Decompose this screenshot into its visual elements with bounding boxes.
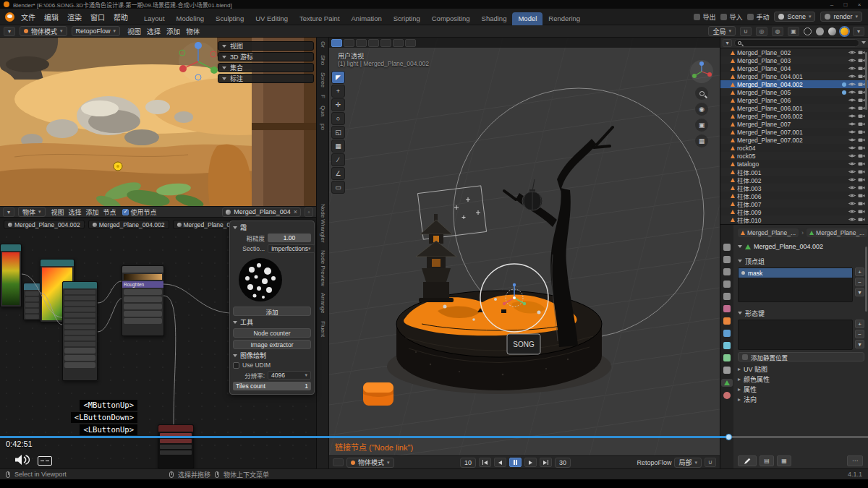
tools-section-header[interactable]: 工具 <box>233 318 311 326</box>
side-tab[interactable]: Node Preview <box>320 250 326 286</box>
video-progress-handle[interactable] <box>726 434 732 440</box>
outliner-row[interactable]: Merged_Plane_004.002 <box>720 80 868 88</box>
constraints-tab[interactable] <box>723 367 731 374</box>
speaker-icon[interactable] <box>14 454 30 466</box>
render-camera-icon[interactable] <box>858 161 865 166</box>
pin-icon[interactable]: ◦ <box>305 207 313 217</box>
proportional-editing-icon[interactable]: ◎ <box>756 27 767 36</box>
outliner-row[interactable]: tatalogo <box>720 160 868 168</box>
remove-shape-key-button[interactable]: − <box>855 330 864 338</box>
node-counter-button[interactable]: Node counter <box>233 328 311 338</box>
render-camera-icon[interactable] <box>858 209 865 214</box>
shader-menu-item[interactable]: 视图 <box>49 207 67 217</box>
object-data-name[interactable]: Merged_Plane_004.002 <box>754 243 823 250</box>
navigation-gizmo-icon[interactable] <box>689 59 714 84</box>
viewport-gizmos-icon[interactable]: ▾ <box>853 27 864 36</box>
render-camera-icon[interactable] <box>858 114 865 119</box>
object-tab[interactable] <box>723 317 731 325</box>
hide-eye-icon[interactable] <box>848 209 856 214</box>
workspace-tab[interactable]: UV Editing <box>250 12 294 25</box>
transform-tool-button[interactable]: ▦ <box>331 140 345 153</box>
side-tab[interactable]: Gr <box>320 41 326 48</box>
cursor-tool-button[interactable]: + <box>331 85 345 98</box>
imperfections-sphere-preview[interactable] <box>237 257 284 303</box>
render-camera-icon[interactable] <box>858 169 865 174</box>
workspace-tab[interactable]: Sculpting <box>210 12 250 25</box>
outliner-row[interactable]: 柱体.002 <box>720 176 868 184</box>
main-3d-viewport[interactable]: SONG <box>329 38 720 455</box>
retopoflow-footer-menu[interactable]: RetopoFlow <box>637 459 671 466</box>
side-tab[interactable]: Fluent <box>320 321 326 337</box>
vertex-group-item[interactable]: mask <box>739 268 852 278</box>
render-camera-icon[interactable] <box>858 129 865 134</box>
rotate-tool-button[interactable]: ○ <box>331 112 345 125</box>
side-tab[interactable]: Qua <box>320 106 326 116</box>
use-nodes-checkbox[interactable] <box>122 209 129 215</box>
outliner-row[interactable]: 柱体.003 <box>720 184 868 192</box>
separate-node[interactable] <box>23 283 41 320</box>
material-preview-icon[interactable] <box>828 27 836 35</box>
outliner-row[interactable]: 柱体.007 <box>720 200 868 207</box>
render-camera-icon[interactable] <box>858 98 865 103</box>
object-data-tab[interactable] <box>721 379 733 387</box>
viewport-menu-item[interactable]: 添加 <box>163 26 183 36</box>
shape-keys-list[interactable] <box>738 320 853 350</box>
workspace-tab[interactable]: Scripting <box>388 12 426 25</box>
outliner-scrollbar[interactable] <box>865 52 867 110</box>
outliner-row[interactable]: Merged_Plane_006.001 <box>720 104 868 112</box>
hide-eye-icon[interactable] <box>848 98 856 103</box>
render-camera-icon[interactable] <box>858 50 865 55</box>
outliner-row[interactable]: 柱体.006 <box>720 192 868 200</box>
render-camera-icon[interactable] <box>858 137 865 142</box>
render-camera-icon[interactable] <box>858 185 865 190</box>
outliner-row[interactable]: Merged_Plane_007.002 <box>720 136 868 144</box>
play-button[interactable] <box>524 458 537 467</box>
side-tab[interactable]: Sho <box>320 55 326 65</box>
material-selector[interactable]: Merged_Plane_004 × <box>222 207 301 217</box>
vertex-groups-list[interactable]: mask <box>738 267 853 302</box>
outliner-row[interactable]: Merged_Plane_003 <box>720 56 868 64</box>
menu-item[interactable]: 编辑 <box>40 12 63 22</box>
shader-menu-item[interactable]: 添加 <box>84 207 101 217</box>
annotate-tool-button[interactable]: ∕ <box>331 153 345 166</box>
annotate-tool-icon[interactable] <box>405 39 416 47</box>
properties-scrollbar[interactable] <box>865 247 867 312</box>
workspace-tab[interactable]: Modeling <box>171 12 210 25</box>
workspace-tab[interactable]: Rendering <box>542 12 586 25</box>
solid-shading-icon[interactable] <box>816 27 824 35</box>
menu-item[interactable]: 渲染 <box>63 12 86 22</box>
render-camera-icon[interactable] <box>858 217 865 222</box>
vertex-group-specials-icon[interactable]: ▾ <box>855 288 864 296</box>
measure-tool-button[interactable]: ∠ <box>331 167 345 180</box>
captions-icon[interactable] <box>38 456 52 466</box>
breadcrumb-data[interactable]: Merged_Plane_... <box>807 228 867 237</box>
add-rest-position-button[interactable]: 添加静置位置 <box>738 352 864 361</box>
frost-section-header[interactable]: 霜 <box>233 223 311 231</box>
outliner-search[interactable] <box>734 39 859 47</box>
render-camera-icon[interactable] <box>858 58 865 63</box>
close-button[interactable]: × <box>854 1 864 8</box>
outliner-display-mode-icon[interactable]: ▾ <box>723 39 732 47</box>
outliner-row[interactable]: Merged_Plane_007.001 <box>720 128 868 136</box>
udim-row[interactable]: Use UDIM <box>233 361 311 369</box>
udim-checkbox[interactable] <box>233 362 239 369</box>
move-view-icon[interactable]: ◉ <box>695 103 708 116</box>
hide-eye-icon[interactable] <box>848 161 856 166</box>
scale-tool-button[interactable]: ◱ <box>331 126 345 139</box>
outliner-row[interactable]: Merged_Plane_004.001 <box>720 72 868 80</box>
shader-menu-item[interactable]: 选择 <box>67 207 84 217</box>
hide-eye-icon[interactable] <box>848 169 856 174</box>
render-camera-icon[interactable] <box>858 201 865 206</box>
hide-eye-icon[interactable] <box>848 74 856 79</box>
select-box-icon[interactable] <box>344 39 354 47</box>
viewport-menu-item[interactable]: 选择 <box>144 26 163 36</box>
hide-eye-icon[interactable] <box>848 145 856 150</box>
unlink-icon[interactable]: × <box>294 208 297 215</box>
output-tab[interactable] <box>723 268 731 275</box>
breadcrumb-object[interactable]: Merged_Plane_... <box>738 228 799 237</box>
hide-eye-icon[interactable] <box>848 137 856 142</box>
particles-tab[interactable] <box>723 342 731 349</box>
roughness-slider[interactable]: 1.00 <box>268 234 311 242</box>
add-vertex-group-button[interactable]: + <box>855 267 864 276</box>
camera-view-icon[interactable]: ▣ <box>695 119 708 132</box>
